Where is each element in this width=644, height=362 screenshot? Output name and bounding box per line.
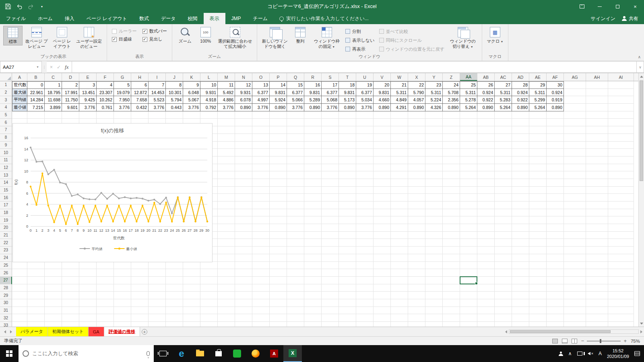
cell-W6[interactable] (391, 119, 408, 126)
cell-AI24[interactable] (608, 254, 634, 262)
cell-P4[interactable]: 0.890 (270, 104, 287, 111)
cell-N29[interactable] (235, 292, 252, 299)
cell-AA22[interactable] (460, 239, 477, 247)
cell-X2[interactable]: 5.790 (408, 89, 425, 97)
volume-icon[interactable]: × (588, 352, 593, 356)
cell-F32[interactable] (97, 314, 114, 322)
cell-R4[interactable]: 0.890 (304, 104, 322, 111)
cell-X5[interactable] (408, 111, 425, 119)
cell-W12[interactable] (391, 164, 408, 172)
cell-T9[interactable] (339, 142, 356, 149)
cell-G27[interactable] (114, 277, 131, 284)
cell-O17[interactable] (252, 202, 270, 209)
cell-Q9[interactable] (287, 142, 304, 149)
cell-R19[interactable] (304, 216, 322, 224)
cell-V24[interactable] (374, 254, 391, 262)
cell-AF9[interactable] (547, 142, 564, 149)
cell-Q14[interactable] (287, 179, 304, 187)
cell-F26[interactable] (97, 269, 114, 277)
cell-AH4[interactable] (586, 104, 608, 111)
cell-M23[interactable] (218, 247, 235, 254)
row-header-9[interactable]: 9 (0, 142, 12, 149)
cell-D30[interactable] (62, 299, 79, 307)
close-button[interactable]: × (626, 0, 644, 13)
cell-Q17[interactable] (287, 202, 304, 209)
cell-U31[interactable] (356, 307, 374, 315)
cell-D2[interactable]: 17.991 (62, 89, 79, 97)
cell-G31[interactable] (114, 307, 131, 315)
cell-R5[interactable] (304, 111, 322, 119)
cell-AI15[interactable] (608, 187, 634, 194)
cell-Y24[interactable] (425, 254, 443, 262)
row-header-32[interactable]: 32 (0, 314, 12, 322)
cell-O24[interactable] (252, 254, 270, 262)
cell-X31[interactable] (408, 307, 425, 315)
cell-AC31[interactable] (495, 307, 512, 315)
cell-S4[interactable]: 3.776 (322, 104, 339, 111)
cell-T17[interactable] (339, 202, 356, 209)
cell-AH3[interactable] (586, 96, 608, 104)
cell-AG16[interactable] (564, 194, 586, 202)
cell-AE8[interactable] (529, 134, 547, 142)
cell-G26[interactable] (114, 269, 131, 277)
column-header-T[interactable]: T (339, 73, 356, 81)
cell-AB26[interactable] (477, 269, 495, 277)
freeze-panes-button[interactable]: ウィンドウ枠の固定▼ (311, 26, 343, 49)
cell-Q18[interactable] (287, 209, 304, 217)
cell-AB22[interactable] (477, 239, 495, 247)
cell-M29[interactable] (218, 292, 235, 299)
cell-AB4[interactable]: 0.890 (477, 104, 495, 111)
cell-K28[interactable] (183, 284, 200, 292)
cell-M8[interactable] (218, 134, 235, 142)
cell-Q1[interactable]: 15 (287, 81, 304, 89)
scroll-right-icon[interactable] (640, 330, 642, 333)
cell-R1[interactable]: 16 (304, 81, 322, 89)
cell-S21[interactable] (322, 232, 339, 239)
cell-N7[interactable] (235, 126, 252, 134)
cell-AC13[interactable] (495, 171, 512, 179)
cell-C33[interactable] (45, 322, 62, 327)
cell-T31[interactable] (339, 307, 356, 315)
cell-E31[interactable] (79, 307, 97, 315)
cell-Z2[interactable]: 5.708 (443, 89, 460, 97)
cell-Y9[interactable] (425, 142, 443, 149)
cell-W28[interactable] (391, 284, 408, 292)
cell-AG29[interactable] (564, 292, 586, 299)
cell-Z20[interactable] (443, 224, 460, 232)
column-header-M[interactable]: M (218, 73, 235, 81)
cell-V22[interactable] (374, 239, 391, 247)
cell-L31[interactable] (200, 307, 218, 315)
cell-AF26[interactable] (547, 269, 564, 277)
cell-O4[interactable]: 3.776 (252, 104, 270, 111)
cell-A30[interactable] (12, 299, 27, 307)
cell-X26[interactable] (408, 269, 425, 277)
cell-L30[interactable] (200, 299, 218, 307)
cell-AC14[interactable] (495, 179, 512, 187)
cell-U29[interactable] (356, 292, 374, 299)
row-header-1[interactable]: 1 (0, 81, 12, 89)
cell-W30[interactable] (391, 299, 408, 307)
cell-M32[interactable] (218, 314, 235, 322)
cell-Y17[interactable] (425, 202, 443, 209)
cell-V11[interactable] (374, 156, 391, 164)
cell-V26[interactable] (374, 269, 391, 277)
cell-T13[interactable] (339, 171, 356, 179)
cell-B2[interactable]: 22.961 (27, 89, 45, 97)
cell-T20[interactable] (339, 224, 356, 232)
cell-I5[interactable] (149, 111, 166, 119)
cell-S3[interactable]: 5.068 (322, 96, 339, 104)
cell-D1[interactable]: 2 (62, 81, 79, 89)
cell-V9[interactable] (374, 142, 391, 149)
cell-H5[interactable] (131, 111, 149, 119)
excel-taskbar-button[interactable]: X (283, 345, 302, 362)
cell-AC2[interactable]: 5.311 (495, 89, 512, 97)
cell-I28[interactable] (149, 284, 166, 292)
cell-AH31[interactable] (586, 307, 608, 315)
cell-F1[interactable]: 4 (97, 81, 114, 89)
cell-T28[interactable] (339, 284, 356, 292)
cell-Y7[interactable] (425, 126, 443, 134)
cell-Q25[interactable] (287, 262, 304, 269)
cell-Z31[interactable] (443, 307, 460, 315)
cell-AE18[interactable] (529, 209, 547, 217)
cell-Y14[interactable] (425, 179, 443, 187)
